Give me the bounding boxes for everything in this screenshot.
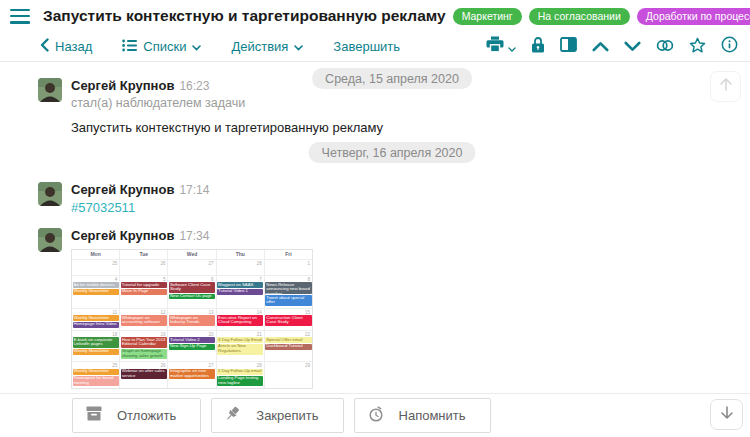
lock-button[interactable] (531, 36, 545, 57)
calendar-cell: 11Weekly NewsletterHomepage Intro Video (72, 309, 120, 330)
activity-feed: Среда, 15 апреля 2020 Сергей Крупнов16:2… (0, 62, 750, 393)
scroll-to-bottom-button[interactable] (710, 399, 743, 430)
list-icon (122, 39, 137, 55)
scroll-to-top-button[interactable] (710, 71, 741, 102)
calendar-event: Powerpoint for board meeting (73, 376, 119, 387)
calendar-event: Weekly Newsletter (73, 315, 119, 321)
calendar-cell: 7Blogpost on SAASTutorial Video 1 (217, 276, 265, 308)
calendar-cell: 20Tutorial Video 2New Sign-Up Page (168, 331, 216, 362)
calendar-event: Landing Page testing new tagline (217, 376, 263, 387)
calendar-event: 5 Day Follow-Up email (217, 369, 263, 375)
calendar-cell: 26 (120, 260, 168, 275)
calendar-event: Construction Client Case Study (265, 315, 311, 326)
message-time: 17:14 (179, 183, 209, 197)
chevron-down-icon (508, 38, 516, 56)
info-button[interactable] (721, 36, 738, 57)
footer-bar: Отложить Закрепить Напомнить (0, 393, 750, 437)
chevron-up-icon (592, 38, 609, 56)
tag-marketing[interactable]: Маркетинг (453, 8, 522, 25)
print-button[interactable] (486, 36, 516, 57)
chevron-down-icon (624, 38, 641, 56)
calendar-cell: 6Software Client Case StudyNew Contact U… (168, 276, 216, 308)
calendar-event: Whitepaper on accounting software (121, 315, 167, 326)
printer-icon (486, 36, 504, 57)
message-time: 17:34 (179, 229, 209, 243)
chevron-left-icon (40, 38, 49, 55)
avatar[interactable] (38, 182, 62, 206)
arrow-up-icon (719, 77, 733, 96)
expand-down-button[interactable] (624, 38, 641, 56)
calendar-event: 3 Day Follow-Up Email (217, 337, 263, 343)
calendar-cell: 27Infographic on new market opportunitie… (168, 362, 216, 388)
calendar-cell: 29 (265, 362, 312, 388)
calendar-cell: 25 (72, 260, 120, 275)
message-author[interactable]: Сергей Крупнов (71, 228, 174, 243)
hamburger-menu-icon[interactable] (10, 9, 30, 24)
actions-menu[interactable]: Действия (231, 39, 303, 54)
remind-button[interactable]: Напомнить (354, 398, 491, 433)
calendar-event: Mixer In Page (121, 289, 167, 295)
favorite-button[interactable] (689, 37, 706, 57)
calendar-cell: 18E-book on corporate LinkedIn pagesWeek… (72, 331, 120, 362)
avatar[interactable] (38, 78, 62, 102)
avatar[interactable] (38, 228, 62, 252)
calendar-cell: 28 (217, 260, 265, 275)
lists-menu[interactable]: Списки (122, 39, 201, 55)
feed-message: Сергей Крупнов16:23 стал(а) наблюдателем… (38, 78, 383, 135)
tag-process[interactable]: Доработки по процессам (637, 8, 750, 25)
side-panel-icon (560, 37, 577, 56)
calendar-event: Ad for mobile devices (73, 282, 119, 288)
calendar-cell: 22Special Offer emailDashboard Tutorial (265, 331, 312, 362)
calendar-event: Dashboard Tutorial (265, 344, 311, 350)
calendar-cell: 285 Day Follow-Up emailLanding Page test… (217, 362, 265, 388)
calendar-event: Weekly Newsletter (73, 349, 119, 355)
calendar-cell: 25Weekly NewsletterPowerpoint for board … (72, 362, 120, 388)
calendar-cell: 8News Release announcing new board membe… (265, 276, 312, 308)
calendar-cell: 27 (168, 260, 216, 275)
toolbar: Назад Списки Действия Завершить (0, 32, 750, 62)
calendar-event: How to Plan Your 2013 Editorial Calendar (121, 337, 167, 348)
calendar-event: New Contact Us page (169, 294, 215, 300)
calendar-event: Webinar on after sales service (121, 369, 167, 380)
calendar-day-header: Fri (265, 250, 312, 259)
message-author[interactable]: Сергей Крупнов (71, 78, 174, 93)
side-panel-button[interactable] (560, 37, 577, 56)
message-author[interactable]: Сергей Крупнов (71, 182, 174, 197)
pin-button[interactable]: Закрепить (211, 398, 343, 433)
date-separator: Четверг, 16 апреля 2020 (309, 142, 476, 163)
calendar-day-header: Mon (72, 250, 120, 259)
calendar-cell: 26Webinar on after sales service (120, 362, 168, 388)
calendar-event: Blogpost on SAAS (217, 282, 263, 288)
link-rings-icon (656, 38, 674, 56)
calendar-event: Tutorial for upgrade (121, 282, 167, 288)
calendar-event: Graph on homepage showing sales growth (121, 349, 167, 360)
calendar-day-header: Tue (120, 250, 168, 259)
calendar-event: Homepage Intro Video (73, 322, 119, 328)
finish-task-button[interactable]: Завершить (333, 39, 400, 54)
calendar-event: Tweet about special offer (265, 295, 311, 306)
star-icon (689, 37, 706, 57)
task-number-link[interactable]: #57032511 (71, 200, 209, 215)
message-action: стал(а) наблюдателем задачи (71, 96, 383, 110)
chevron-down-icon (294, 39, 303, 54)
tag-approval[interactable]: На согласовании (529, 8, 630, 25)
calendar-event: Special Offer email (265, 337, 311, 343)
calendar-event: Tutorial Video 2 (169, 337, 215, 343)
calendar-cell: 15Construction Client Case Study (265, 309, 312, 330)
chevron-down-icon (192, 39, 201, 54)
alarm-clock-icon (368, 406, 384, 426)
message-time: 16:23 (179, 79, 209, 93)
feed-message: Сергей Крупнов17:34 MonTueWedThuFri25262… (38, 228, 346, 393)
attachment-preview[interactable]: MonTueWedThuFri2526272814Ad for mobile d… (71, 249, 313, 389)
calendar-event: Weekly Newsletter (73, 289, 119, 295)
link-button[interactable] (656, 38, 674, 56)
calendar-cell: 213 Day Follow-Up EmailArticle on New Re… (217, 331, 265, 362)
calendar-event: Tutorial Video 1 (217, 289, 263, 295)
collapse-up-button[interactable] (592, 38, 609, 56)
calendar-event: News Release announcing new board member (265, 282, 311, 294)
calendar-cell: 14Executive Report on Cloud Computing (217, 309, 265, 330)
back-button[interactable]: Назад (40, 38, 92, 55)
task-header: Запустить контекстную и таргетированную … (0, 0, 750, 32)
postpone-button[interactable]: Отложить (72, 398, 201, 433)
calendar-cell: 12Whitepaper on accounting software (120, 309, 168, 330)
